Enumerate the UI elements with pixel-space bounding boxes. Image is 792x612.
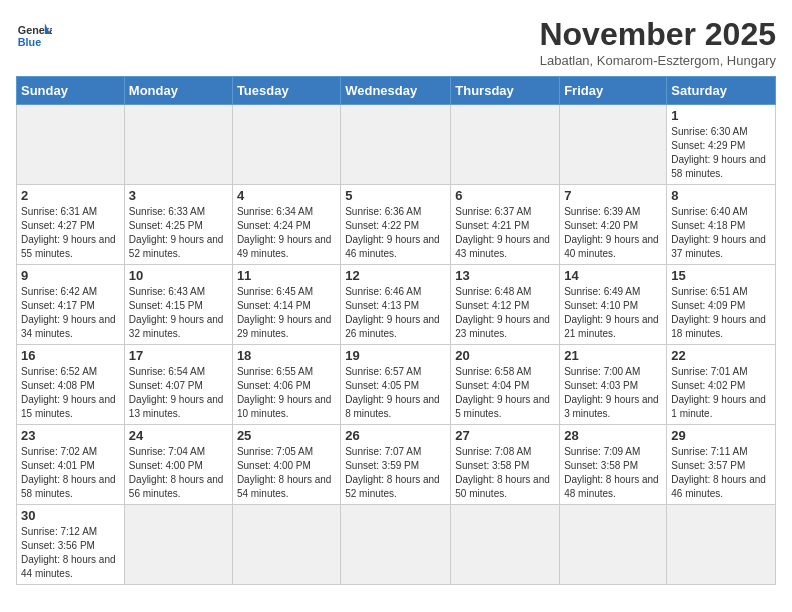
day-info: Sunrise: 6:51 AM Sunset: 4:09 PM Dayligh… <box>671 285 771 341</box>
day-number: 21 <box>564 348 662 363</box>
day-number: 19 <box>345 348 446 363</box>
day-info: Sunrise: 7:05 AM Sunset: 4:00 PM Dayligh… <box>237 445 336 501</box>
calendar-table: SundayMondayTuesdayWednesdayThursdayFrid… <box>16 76 776 585</box>
day-number: 24 <box>129 428 228 443</box>
calendar-week-0: 1Sunrise: 6:30 AM Sunset: 4:29 PM Daylig… <box>17 105 776 185</box>
calendar-cell: 25Sunrise: 7:05 AM Sunset: 4:00 PM Dayli… <box>232 425 340 505</box>
calendar-cell: 22Sunrise: 7:01 AM Sunset: 4:02 PM Dayli… <box>667 345 776 425</box>
calendar-cell <box>451 505 560 585</box>
day-number: 11 <box>237 268 336 283</box>
day-info: Sunrise: 7:11 AM Sunset: 3:57 PM Dayligh… <box>671 445 771 501</box>
weekday-header-saturday: Saturday <box>667 77 776 105</box>
day-number: 22 <box>671 348 771 363</box>
calendar-cell <box>232 105 340 185</box>
calendar-cell: 5Sunrise: 6:36 AM Sunset: 4:22 PM Daylig… <box>341 185 451 265</box>
calendar-cell <box>560 505 667 585</box>
calendar-cell: 11Sunrise: 6:45 AM Sunset: 4:14 PM Dayli… <box>232 265 340 345</box>
day-number: 28 <box>564 428 662 443</box>
logo: General Blue <box>16 16 52 52</box>
weekday-header-thursday: Thursday <box>451 77 560 105</box>
calendar-cell <box>560 105 667 185</box>
day-info: Sunrise: 6:30 AM Sunset: 4:29 PM Dayligh… <box>671 125 771 181</box>
month-title: November 2025 <box>539 16 776 53</box>
calendar-cell: 16Sunrise: 6:52 AM Sunset: 4:08 PM Dayli… <box>17 345 125 425</box>
day-info: Sunrise: 6:46 AM Sunset: 4:13 PM Dayligh… <box>345 285 446 341</box>
subtitle: Labatlan, Komarom-Esztergom, Hungary <box>539 53 776 68</box>
day-number: 20 <box>455 348 555 363</box>
day-info: Sunrise: 6:54 AM Sunset: 4:07 PM Dayligh… <box>129 365 228 421</box>
day-number: 9 <box>21 268 120 283</box>
day-info: Sunrise: 6:43 AM Sunset: 4:15 PM Dayligh… <box>129 285 228 341</box>
calendar-cell: 29Sunrise: 7:11 AM Sunset: 3:57 PM Dayli… <box>667 425 776 505</box>
day-number: 23 <box>21 428 120 443</box>
day-number: 12 <box>345 268 446 283</box>
day-info: Sunrise: 7:12 AM Sunset: 3:56 PM Dayligh… <box>21 525 120 581</box>
calendar-week-4: 23Sunrise: 7:02 AM Sunset: 4:01 PM Dayli… <box>17 425 776 505</box>
calendar-cell: 17Sunrise: 6:54 AM Sunset: 4:07 PM Dayli… <box>124 345 232 425</box>
day-number: 17 <box>129 348 228 363</box>
title-area: November 2025 Labatlan, Komarom-Esztergo… <box>539 16 776 68</box>
calendar-cell <box>232 505 340 585</box>
calendar-cell: 1Sunrise: 6:30 AM Sunset: 4:29 PM Daylig… <box>667 105 776 185</box>
calendar-cell: 6Sunrise: 6:37 AM Sunset: 4:21 PM Daylig… <box>451 185 560 265</box>
calendar-cell <box>667 505 776 585</box>
day-number: 13 <box>455 268 555 283</box>
day-info: Sunrise: 6:39 AM Sunset: 4:20 PM Dayligh… <box>564 205 662 261</box>
calendar-cell: 28Sunrise: 7:09 AM Sunset: 3:58 PM Dayli… <box>560 425 667 505</box>
day-number: 8 <box>671 188 771 203</box>
day-info: Sunrise: 7:09 AM Sunset: 3:58 PM Dayligh… <box>564 445 662 501</box>
calendar-cell: 9Sunrise: 6:42 AM Sunset: 4:17 PM Daylig… <box>17 265 125 345</box>
calendar-cell: 15Sunrise: 6:51 AM Sunset: 4:09 PM Dayli… <box>667 265 776 345</box>
day-number: 5 <box>345 188 446 203</box>
day-info: Sunrise: 6:58 AM Sunset: 4:04 PM Dayligh… <box>455 365 555 421</box>
day-number: 25 <box>237 428 336 443</box>
calendar-week-3: 16Sunrise: 6:52 AM Sunset: 4:08 PM Dayli… <box>17 345 776 425</box>
day-info: Sunrise: 7:04 AM Sunset: 4:00 PM Dayligh… <box>129 445 228 501</box>
calendar-week-2: 9Sunrise: 6:42 AM Sunset: 4:17 PM Daylig… <box>17 265 776 345</box>
day-number: 30 <box>21 508 120 523</box>
day-number: 2 <box>21 188 120 203</box>
day-number: 29 <box>671 428 771 443</box>
day-info: Sunrise: 6:48 AM Sunset: 4:12 PM Dayligh… <box>455 285 555 341</box>
day-info: Sunrise: 7:07 AM Sunset: 3:59 PM Dayligh… <box>345 445 446 501</box>
day-number: 4 <box>237 188 336 203</box>
day-number: 18 <box>237 348 336 363</box>
calendar-cell <box>341 105 451 185</box>
svg-text:Blue: Blue <box>18 36 41 48</box>
day-number: 15 <box>671 268 771 283</box>
calendar-cell: 12Sunrise: 6:46 AM Sunset: 4:13 PM Dayli… <box>341 265 451 345</box>
day-number: 7 <box>564 188 662 203</box>
day-info: Sunrise: 6:37 AM Sunset: 4:21 PM Dayligh… <box>455 205 555 261</box>
calendar-cell: 19Sunrise: 6:57 AM Sunset: 4:05 PM Dayli… <box>341 345 451 425</box>
day-info: Sunrise: 6:33 AM Sunset: 4:25 PM Dayligh… <box>129 205 228 261</box>
day-info: Sunrise: 6:57 AM Sunset: 4:05 PM Dayligh… <box>345 365 446 421</box>
day-info: Sunrise: 6:49 AM Sunset: 4:10 PM Dayligh… <box>564 285 662 341</box>
calendar-cell <box>341 505 451 585</box>
calendar-cell: 8Sunrise: 6:40 AM Sunset: 4:18 PM Daylig… <box>667 185 776 265</box>
calendar-cell: 14Sunrise: 6:49 AM Sunset: 4:10 PM Dayli… <box>560 265 667 345</box>
day-info: Sunrise: 6:40 AM Sunset: 4:18 PM Dayligh… <box>671 205 771 261</box>
day-number: 1 <box>671 108 771 123</box>
day-number: 16 <box>21 348 120 363</box>
day-number: 6 <box>455 188 555 203</box>
logo-icon: General Blue <box>16 16 52 52</box>
calendar-cell: 3Sunrise: 6:33 AM Sunset: 4:25 PM Daylig… <box>124 185 232 265</box>
calendar-cell <box>17 105 125 185</box>
day-info: Sunrise: 7:02 AM Sunset: 4:01 PM Dayligh… <box>21 445 120 501</box>
calendar-header: SundayMondayTuesdayWednesdayThursdayFrid… <box>17 77 776 105</box>
day-number: 14 <box>564 268 662 283</box>
day-number: 27 <box>455 428 555 443</box>
day-info: Sunrise: 6:55 AM Sunset: 4:06 PM Dayligh… <box>237 365 336 421</box>
calendar-cell: 13Sunrise: 6:48 AM Sunset: 4:12 PM Dayli… <box>451 265 560 345</box>
calendar-cell: 10Sunrise: 6:43 AM Sunset: 4:15 PM Dayli… <box>124 265 232 345</box>
day-info: Sunrise: 6:52 AM Sunset: 4:08 PM Dayligh… <box>21 365 120 421</box>
calendar-cell: 20Sunrise: 6:58 AM Sunset: 4:04 PM Dayli… <box>451 345 560 425</box>
calendar-cell <box>451 105 560 185</box>
day-info: Sunrise: 6:45 AM Sunset: 4:14 PM Dayligh… <box>237 285 336 341</box>
calendar-cell: 21Sunrise: 7:00 AM Sunset: 4:03 PM Dayli… <box>560 345 667 425</box>
weekday-header-monday: Monday <box>124 77 232 105</box>
calendar-cell: 7Sunrise: 6:39 AM Sunset: 4:20 PM Daylig… <box>560 185 667 265</box>
day-number: 10 <box>129 268 228 283</box>
calendar-cell: 26Sunrise: 7:07 AM Sunset: 3:59 PM Dayli… <box>341 425 451 505</box>
calendar-cell <box>124 505 232 585</box>
